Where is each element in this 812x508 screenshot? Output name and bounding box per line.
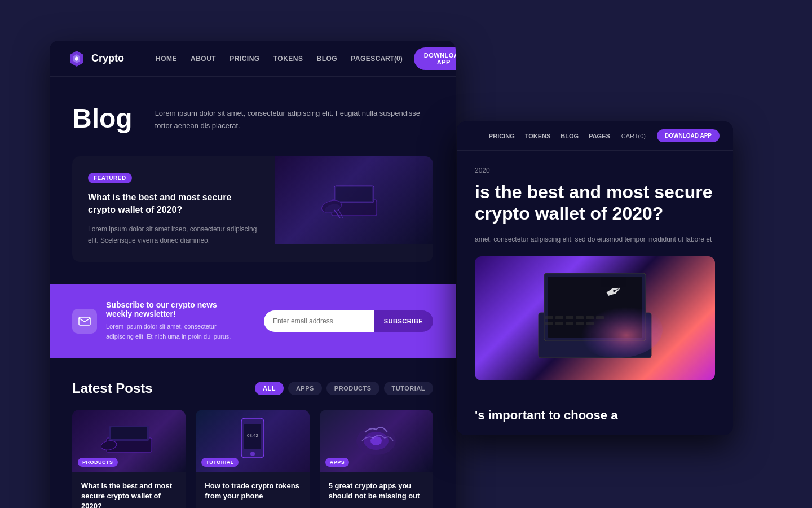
second-window: PRICING TOKENS BLOG PAGES CART(0) DOWNLO… bbox=[457, 121, 733, 435]
post-text-2: Lorem ipsum dolor sit ametero irseo, bbox=[205, 506, 300, 508]
svg-rect-27 bbox=[555, 316, 563, 319]
post-illustration-3 bbox=[348, 421, 404, 461]
second-nav-pages[interactable]: PAGES bbox=[589, 133, 610, 139]
filter-tutorial[interactable]: TUTORIAL bbox=[384, 382, 433, 395]
newsletter-icon-wrap bbox=[72, 309, 97, 334]
svg-point-25 bbox=[572, 301, 663, 358]
nav-tokens[interactable]: TOKENS bbox=[273, 55, 303, 63]
post-content-3: 5 great crypto apps you should not be mi… bbox=[320, 472, 433, 508]
posts-section-title: Latest Posts bbox=[72, 380, 153, 396]
post-illustration-1 bbox=[101, 421, 157, 461]
featured-image-overlay bbox=[275, 156, 433, 244]
second-article-image-inner: ✒ bbox=[475, 256, 715, 380]
newsletter-form: SUBSCRIBE bbox=[264, 310, 433, 332]
featured-badge: FEATURED bbox=[88, 173, 132, 183]
second-laptop-illustration: ✒ bbox=[505, 262, 685, 375]
svg-rect-30 bbox=[586, 316, 594, 319]
blog-description: Lorem ipsum dolor sit amet, consectetur … bbox=[155, 104, 433, 132]
post-image-1: PRODUCTS bbox=[72, 410, 186, 472]
email-icon bbox=[78, 317, 91, 326]
newsletter-heading: Subscribe to our crypto news weekly news… bbox=[106, 300, 241, 318]
svg-rect-28 bbox=[566, 316, 573, 319]
nav-pages[interactable]: PAGES bbox=[351, 55, 376, 63]
second-nav-tokens[interactable]: TOKENS bbox=[525, 133, 551, 139]
post-badge-1: PRODUCTS bbox=[78, 458, 118, 467]
newsletter-subscribe-button[interactable]: SUBSCRIBE bbox=[374, 310, 433, 332]
download-app-button[interactable]: DOWNLOAD APP bbox=[414, 47, 456, 70]
svg-rect-35 bbox=[576, 322, 584, 325]
nav-pricing[interactable]: PRICING bbox=[230, 55, 260, 63]
main-navbar: Crypto HOME ABOUT PRICING TOKENS BLOG PA… bbox=[50, 41, 456, 77]
featured-content: FEATURED What is the best and most secur… bbox=[72, 156, 275, 262]
svg-rect-34 bbox=[566, 322, 573, 325]
nav-right: CART(0) DOWNLOAD APP bbox=[376, 47, 456, 70]
featured-card[interactable]: FEATURED What is the best and most secur… bbox=[72, 156, 433, 262]
latest-posts-section: Latest Posts ALL APPS PRODUCTS TUTORIAL bbox=[50, 358, 456, 508]
post-badge-wrap-2: TUTORIAL bbox=[201, 456, 238, 466]
nav-blog[interactable]: BLOG bbox=[316, 55, 337, 63]
featured-card-title: What is the best and most secure crypto … bbox=[88, 191, 259, 217]
second-cart-label[interactable]: CART(0) bbox=[621, 133, 646, 139]
newsletter-text: Lorem ipsum dolor sit amet, consectetur … bbox=[106, 322, 241, 341]
featured-card-text: Lorem ipsum dolor sit amet irseo, consec… bbox=[88, 224, 259, 247]
svg-rect-33 bbox=[555, 322, 563, 325]
second-download-button[interactable]: DOWNLOAD APP bbox=[657, 129, 720, 142]
svg-rect-10 bbox=[79, 317, 90, 325]
post-badge-wrap-1: PRODUCTS bbox=[78, 456, 118, 466]
post-card-2[interactable]: 08:42 TUTORIAL How to trade crypto token… bbox=[196, 410, 309, 508]
second-article-content: 2020 is the best and most secure crypto … bbox=[457, 151, 733, 396]
svg-rect-26 bbox=[545, 316, 553, 319]
cart-label[interactable]: CART(0) bbox=[376, 55, 403, 63]
posts-grid: PRODUCTS What is the best and most secur… bbox=[72, 410, 433, 508]
post-content-1: What is the best and most secure crypto … bbox=[72, 472, 186, 508]
svg-rect-29 bbox=[576, 316, 584, 319]
nav-about[interactable]: ABOUT bbox=[191, 55, 216, 63]
svg-rect-32 bbox=[545, 322, 553, 325]
post-badge-2: TUTORIAL bbox=[201, 458, 238, 467]
post-card-3[interactable]: APPS 5 great crypto apps you should not … bbox=[320, 410, 433, 508]
post-image-3: APPS bbox=[320, 410, 433, 472]
nav-links: HOME ABOUT PRICING TOKENS BLOG PAGES bbox=[156, 55, 376, 63]
newsletter-text-block: Subscribe to our crypto news weekly news… bbox=[106, 300, 241, 341]
second-article-image: ✒ bbox=[475, 256, 715, 380]
svg-rect-31 bbox=[596, 316, 604, 319]
main-window: Crypto HOME ABOUT PRICING TOKENS BLOG PA… bbox=[50, 41, 456, 508]
post-title-1: What is the best and most secure crypto … bbox=[81, 481, 176, 508]
second-nav-links: PRICING TOKENS BLOG PAGES bbox=[489, 133, 610, 139]
post-badge-3: APPS bbox=[325, 458, 350, 467]
svg-rect-5 bbox=[336, 187, 372, 201]
posts-header: Latest Posts ALL APPS PRODUCTS TUTORIAL bbox=[72, 380, 433, 396]
filter-all[interactable]: ALL bbox=[255, 382, 284, 395]
nav-home[interactable]: HOME bbox=[156, 55, 177, 63]
blog-title: Blog bbox=[72, 104, 133, 134]
newsletter-email-input[interactable] bbox=[264, 310, 374, 332]
post-title-3: 5 great crypto apps you should not be mi… bbox=[329, 481, 424, 501]
post-card-1[interactable]: PRODUCTS What is the best and most secur… bbox=[72, 410, 186, 508]
filter-tabs: ALL APPS PRODUCTS TUTORIAL bbox=[255, 382, 433, 395]
second-nav-pricing[interactable]: PRICING bbox=[489, 133, 515, 139]
second-article-text: amet, consectetur adipiscing elit, sed d… bbox=[475, 234, 715, 245]
newsletter-section: Subscribe to our crypto news weekly news… bbox=[50, 284, 456, 357]
second-article-date: 2020 bbox=[475, 167, 715, 174]
svg-rect-36 bbox=[586, 322, 594, 325]
brand-name: Crypto bbox=[91, 52, 124, 64]
newsletter-left: Subscribe to our crypto news weekly news… bbox=[72, 300, 241, 341]
svg-point-17 bbox=[250, 452, 255, 456]
featured-section: FEATURED What is the best and most secur… bbox=[50, 156, 456, 285]
second-nav-blog[interactable]: BLOG bbox=[561, 133, 579, 139]
blog-hero: Blog Lorem ipsum dolor sit amet, consect… bbox=[50, 77, 456, 156]
post-content-2: How to trade crypto tokens from your pho… bbox=[196, 472, 309, 508]
second-bottom-title: 's important to choose a bbox=[475, 408, 715, 424]
hand-laptop-illustration bbox=[320, 177, 388, 222]
second-bottom: 's important to choose a bbox=[457, 396, 733, 435]
post-illustration-2: 08:42 bbox=[236, 415, 270, 466]
svg-rect-13 bbox=[111, 427, 147, 439]
brand[interactable]: Crypto bbox=[68, 50, 124, 68]
post-badge-wrap-3: APPS bbox=[325, 456, 350, 466]
filter-apps[interactable]: APPS bbox=[288, 382, 322, 395]
post-title-2: How to trade crypto tokens from your pho… bbox=[205, 481, 300, 501]
second-article-title: is the best and most secure crypto walle… bbox=[475, 181, 715, 225]
featured-image bbox=[275, 156, 433, 244]
second-navbar: PRICING TOKENS BLOG PAGES CART(0) DOWNLO… bbox=[457, 121, 733, 151]
filter-products[interactable]: PRODUCTS bbox=[326, 382, 379, 395]
